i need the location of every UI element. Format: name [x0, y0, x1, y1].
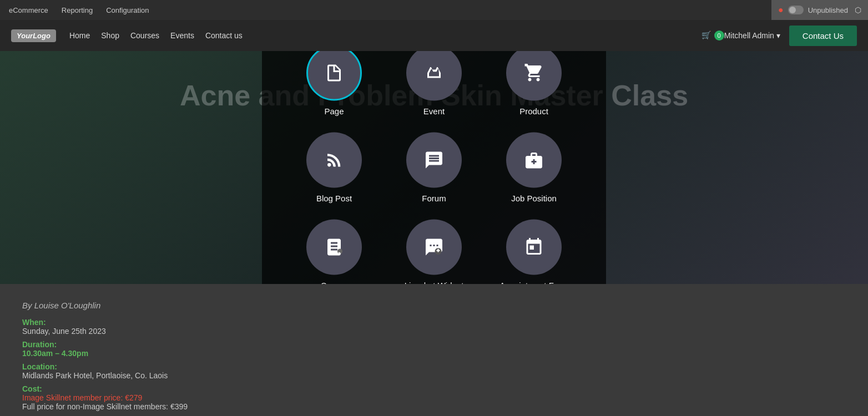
- menu-item-blog-post[interactable]: Blog Post: [306, 133, 362, 203]
- menu-label-page: Page: [324, 106, 344, 116]
- navbar: YourLogo Home Shop Courses Events Contac…: [0, 20, 868, 51]
- content-area: By Louise O'Loughlin When: Sunday, June …: [0, 284, 868, 416]
- reporting-menu[interactable]: Reporting: [62, 6, 93, 14]
- admin-user[interactable]: Mitchell Admin ▾: [724, 31, 780, 40]
- event-author: By Louise O'Loughlin: [22, 301, 846, 310]
- menu-item-appointment[interactable]: Appointment Form: [499, 220, 568, 285]
- toggle-icon[interactable]: [788, 6, 804, 14]
- menu-circle-blog[interactable]: [306, 133, 362, 188]
- unpublished-label: Unpublished: [808, 6, 848, 14]
- menu-label-course: Course: [321, 281, 347, 285]
- hero-section: Acne and Problem Skin Master Class Page …: [0, 51, 868, 284]
- menu-circle-livechat[interactable]: [406, 220, 462, 275]
- menu-circle-appointment[interactable]: [506, 220, 562, 275]
- when-value: Sunday, June 25th 2023: [22, 327, 846, 336]
- nav-contact[interactable]: Contact us: [205, 31, 243, 40]
- menu-label-livechat: Livechat Widget: [405, 281, 464, 285]
- menu-item-page[interactable]: Page: [306, 51, 362, 116]
- cost-full: Full price for non-Image Skillnet member…: [22, 402, 846, 411]
- nav-shop[interactable]: Shop: [101, 31, 119, 40]
- menu-label-job: Job Position: [511, 194, 557, 203]
- location-value: Midlands Park Hotel, Portlaoise, Co. Lao…: [22, 371, 846, 380]
- menu-label-product: Product: [519, 106, 548, 116]
- menu-circle-product[interactable]: [506, 51, 562, 101]
- contact-button[interactable]: Contact Us: [789, 26, 857, 46]
- admin-bar: eCommerce Reporting Configuration ● Unpu…: [0, 0, 868, 20]
- cart-count: 0: [714, 31, 724, 40]
- duration-value: 10.30am – 4.30pm: [22, 349, 846, 358]
- nav-links: Home Shop Courses Events Contact us: [69, 31, 697, 40]
- nav-events[interactable]: Events: [170, 31, 194, 40]
- svg-text:▶: ▶: [339, 251, 341, 255]
- external-link-icon: ⬡: [855, 6, 861, 14]
- menu-circle-forum[interactable]: [406, 133, 462, 188]
- menu-item-job-position[interactable]: Job Position: [506, 133, 562, 203]
- cart-icon[interactable]: 🛒 0: [702, 31, 724, 40]
- menu-item-course[interactable]: ▶ Course: [306, 220, 362, 285]
- nav-home[interactable]: Home: [69, 31, 90, 40]
- overlay-menu: Page Event Product: [262, 51, 606, 284]
- logo[interactable]: YourLogo: [11, 29, 56, 42]
- cost-highlight: Image Skillnet member price: €279: [22, 393, 846, 402]
- configuration-menu[interactable]: Configuration: [106, 6, 149, 14]
- menu-circle-course[interactable]: ▶: [306, 220, 362, 275]
- menu-item-livechat[interactable]: Livechat Widget: [405, 220, 464, 285]
- menu-item-product[interactable]: Product: [506, 51, 562, 116]
- cost-label: Cost:: [22, 384, 846, 393]
- menu-circle-job[interactable]: [506, 133, 562, 188]
- menu-label-blog: Blog Post: [316, 194, 352, 203]
- nav-right: Mitchell Admin ▾ Contact Us: [724, 26, 857, 46]
- status-dot: ●: [778, 5, 784, 15]
- menu-label-event: Event: [423, 106, 445, 116]
- location-label: Location:: [22, 362, 846, 371]
- menu-label-forum: Forum: [422, 194, 446, 203]
- duration-label: Duration:: [22, 340, 846, 349]
- menu-circle-page[interactable]: [306, 51, 362, 101]
- menu-item-forum[interactable]: Forum: [406, 133, 462, 203]
- menu-item-event[interactable]: Event: [406, 51, 462, 116]
- menu-label-appointment: Appointment Form: [499, 281, 568, 285]
- when-label: When:: [22, 318, 846, 327]
- ecommerce-menu[interactable]: eCommerce: [9, 6, 48, 14]
- unpublished-badge[interactable]: ● Unpublished ⬡: [771, 0, 868, 20]
- nav-courses[interactable]: Courses: [130, 31, 159, 40]
- menu-circle-event[interactable]: [406, 51, 462, 101]
